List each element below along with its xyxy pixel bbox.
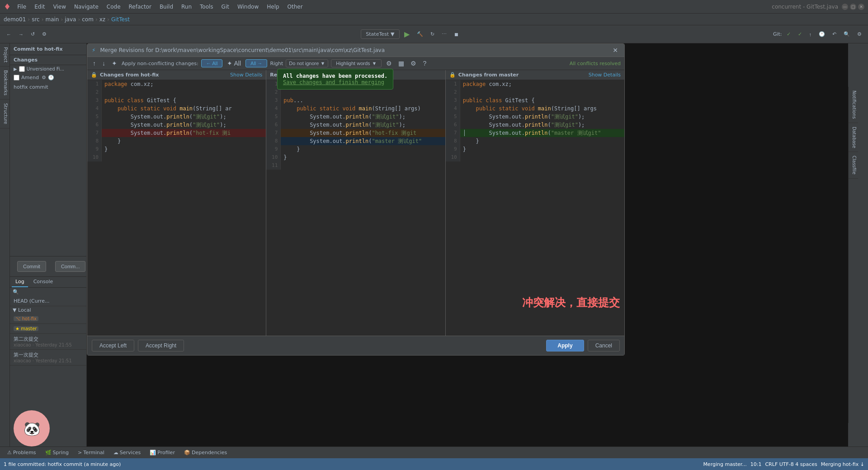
minimize-button[interactable]: — [842,4,848,10]
breadcrumb-item-5[interactable]: xz [99,16,105,23]
layout-button[interactable]: ▦ [396,59,406,68]
log-item-1[interactable]: 第一次提交 xiaocao · Yesterday 21:51 [10,350,86,366]
sidebar-tab-project[interactable]: Project [0,43,9,66]
git-check2-button[interactable]: ✓ [795,30,805,38]
reload-button[interactable]: ↻ [428,30,437,38]
menu-tools[interactable]: Tools [196,3,217,11]
merging-status: Merging master... [703,461,746,467]
amend-checkbox[interactable] [14,75,19,81]
tab-log[interactable]: Log [12,277,28,287]
back-button[interactable]: ← [4,30,14,38]
menu-refactor[interactable]: Refactor [125,3,155,11]
commit-and-push-button[interactable]: Comm... [55,261,86,272]
diff-line: 6 System.out.println("测试git"); [266,121,445,129]
breadcrumb-item-2[interactable]: main [45,16,59,23]
git-check-button[interactable]: ✓ [784,30,793,38]
breadcrumb-item-1[interactable]: src [32,16,40,23]
branch-hotfix[interactable]: ⌥ hot-fix [10,314,86,324]
menu-help[interactable]: Help [263,3,283,11]
menu-code[interactable]: Code [103,3,124,11]
search-button[interactable]: 🔍 [841,30,853,38]
branch-master[interactable]: ★ master [10,324,86,334]
breadcrumb-item-4[interactable]: com [82,16,94,23]
highlight-dropdown-icon: ▼ [372,61,377,66]
menu-view[interactable]: View [49,3,69,11]
apply-all-button[interactable]: ✦ All [225,59,243,68]
head-current-item[interactable]: HEAD (Curre... [10,296,86,306]
unversioned-checkbox[interactable] [19,66,25,72]
next-conflict-button[interactable]: ↓ [100,59,107,68]
forward-button[interactable]: → [16,30,26,38]
menu-build[interactable]: Build [156,3,177,11]
sidebar-tab-structure[interactable]: Structure [0,100,9,128]
menu-file[interactable]: File [14,3,30,11]
git-history-button[interactable]: 🕐 [816,30,828,38]
settings2-button[interactable]: ⚙ [854,30,864,38]
menu-navigate[interactable]: Navigate [71,3,102,11]
refresh-button[interactable]: ↺ [28,30,38,38]
tooltip-line2[interactable]: Save changes and finish merging [283,80,387,85]
stop-button[interactable]: ⏹ [451,30,462,38]
diff-line: 11 [266,161,445,170]
sidebar-tab-classfile[interactable]: Classfile [849,152,858,179]
expand-icon[interactable]: ▶ [14,66,17,71]
dialog-close-button[interactable]: ✕ [611,47,620,54]
settings-button[interactable]: ⚙ [384,59,394,68]
amend-settings-icon[interactable]: ⚙ [42,75,46,81]
help-button[interactable]: ? [421,59,428,68]
menu-other[interactable]: Other [284,3,307,11]
state-test-dropdown[interactable]: StateTest ▼ [361,29,399,39]
show-details-right-button[interactable]: Show Details [589,72,621,78]
sidebar-tab-bookmarks[interactable]: Bookmarks [0,66,9,100]
git-arrow-button[interactable]: ↑ [807,30,815,38]
diff-line-modified: 7│ System.out.println("master 测试git" [446,129,624,137]
git-label: Git: [773,31,782,37]
tab-terminal[interactable]: > Terminal [74,449,108,456]
accept-right-button[interactable]: Accept Right [138,340,184,351]
sidebar-tab-database[interactable]: Database [849,123,858,152]
left-diff-content[interactable]: 1package com.xz; 2 3public class GitTest… [87,80,266,336]
menu-window[interactable]: Window [234,3,262,11]
diff-line: 4 public static void main(String[] args) [266,104,445,113]
breadcrumb-item-6[interactable]: GitTest [111,16,130,23]
merge-icon: ⚡ [92,47,95,53]
magic-button[interactable]: ✦ [110,59,119,68]
breadcrumb-item-0[interactable]: demo01 [4,16,26,23]
center-diff-content[interactable]: All changes have been processed. Save ch… [266,80,445,336]
close-button[interactable]: ✕ [858,4,864,10]
run-button[interactable]: ▶ [401,28,412,40]
commit-button[interactable]: Commit [17,261,46,272]
cancel-button[interactable]: Cancel [588,340,620,351]
menu-run[interactable]: Run [178,3,195,11]
do-not-ignore-dropdown[interactable]: Do not ignore ▼ [286,59,328,67]
log-item-0[interactable]: 第二次提交 xiaocao · Yesterday 21:55 [10,334,86,350]
apply-left-button[interactable]: ← All [201,59,223,67]
apply-button[interactable]: Apply [546,340,584,351]
git-log-search-icon[interactable]: 🔍 [13,289,19,295]
diff-line: 4 public static void main(String[] args [446,104,624,113]
amend-clock-icon[interactable]: 🕐 [48,75,54,81]
apply-right-button[interactable]: All → [245,59,267,67]
highlight-words-button[interactable]: Highlight words ▼ [331,59,382,67]
tab-problems[interactable]: ⚠ Problems [4,449,40,456]
amend-label: Amend [21,75,39,81]
breadcrumb-item-3[interactable]: java [65,16,76,23]
show-details-left-button[interactable]: Show Details [230,72,262,78]
prev-conflict-button[interactable]: ↑ [91,59,98,68]
git-undo-button[interactable]: ↶ [830,30,839,38]
more-button[interactable]: ⋯ [439,30,449,38]
settings2-button[interactable]: ⚙ [409,59,418,68]
tab-dependencies[interactable]: 📦 Dependencies [180,449,231,456]
build-button[interactable]: 🔨 [414,30,426,38]
settings-button[interactable]: ⚙ [39,30,49,38]
tab-services[interactable]: ☁ Services [110,449,144,456]
breadcrumb: demo01 › src › main › java › com › xz › … [0,14,868,25]
menu-git[interactable]: Git [218,3,233,11]
menu-edit[interactable]: Edit [31,3,48,11]
maximize-button[interactable]: □ [850,4,856,10]
tab-profiler[interactable]: 📊 Profiler [146,449,179,456]
accept-left-button[interactable]: Accept Left [92,340,134,351]
tab-console[interactable]: Console [30,277,57,287]
tab-spring[interactable]: 🌿 Spring [42,449,73,456]
sidebar-tab-notifications[interactable]: Notifications [849,87,858,123]
